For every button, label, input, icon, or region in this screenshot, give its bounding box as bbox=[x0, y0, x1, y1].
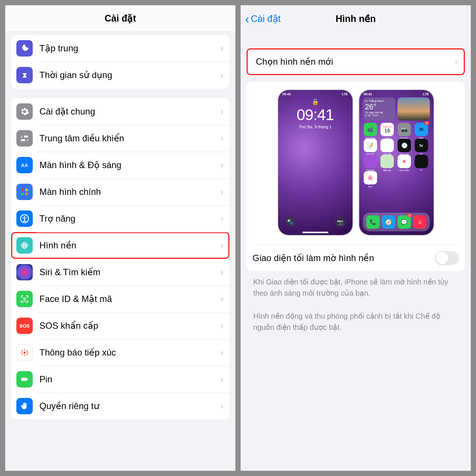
svg-rect-5 bbox=[25, 189, 28, 191]
moon-icon bbox=[16, 40, 33, 57]
navbar-left: Cài đặt bbox=[5, 5, 235, 32]
row-homescreen[interactable]: Màn hình chính › bbox=[11, 178, 229, 205]
app-icon: ♥Sức khỏe bbox=[398, 155, 411, 168]
row-control-center[interactable]: Trung tâm điều khiển › bbox=[11, 125, 229, 152]
chevron-right-icon: › bbox=[221, 133, 223, 144]
chevron-right-icon: › bbox=[221, 187, 223, 197]
wallpaper-panel-right: ‹ Cài đặt Hình nền Chọn hình nền mới › 0… bbox=[241, 5, 471, 471]
row-label: Face ID & Mật mã bbox=[39, 294, 221, 304]
row-siri[interactable]: Siri & Tìm kiếm › bbox=[11, 259, 229, 286]
app-icon: Lời nhắc bbox=[380, 139, 394, 152]
hand-icon bbox=[16, 398, 33, 414]
status-signal: LTE bbox=[423, 92, 429, 96]
toggle-knob bbox=[436, 252, 448, 264]
settings-panel-left: Cài đặt Tập trung › ⧗ Thời gian sử dụng … bbox=[5, 5, 235, 471]
row-accessibility[interactable]: Trợ năng › bbox=[11, 205, 229, 232]
row-label: Trợ năng bbox=[39, 213, 221, 224]
dock-app-icon: 🧭 bbox=[382, 215, 395, 229]
dock: 📞🧭💬22♫ bbox=[363, 213, 430, 231]
status-time: 09:41 bbox=[364, 92, 372, 96]
app-icon: tvTV bbox=[415, 139, 428, 152]
chevron-right-icon: › bbox=[221, 401, 223, 411]
toggle-switch[interactable] bbox=[435, 251, 459, 265]
flower-icon bbox=[16, 237, 33, 254]
weather-hilo: C:34° T:24° bbox=[365, 114, 393, 117]
app-icon: Bản đồ bbox=[380, 155, 394, 168]
chevron-right-icon: › bbox=[221, 106, 223, 117]
svg-point-19 bbox=[23, 298, 23, 298]
navbar-title-right: Hình nền bbox=[335, 13, 376, 24]
svg-point-28 bbox=[21, 352, 22, 353]
lock-time: 09:41 bbox=[278, 106, 353, 124]
svg-rect-31 bbox=[28, 379, 28, 380]
footnote-1: Khi Giao diện tối được bật, iPhone sẽ là… bbox=[247, 271, 465, 299]
settings-group-1: Tập trung › ⧗ Thời gian sử dụng › bbox=[11, 35, 229, 89]
weather-widget: H. Trảng Bom 26° Có mây Vài nơi C:34° T:… bbox=[363, 97, 395, 120]
homescreen-preview[interactable]: 09:41 LTE H. Trảng Bom 26° Có mây Vài nơ… bbox=[359, 90, 434, 235]
navbar-right: ‹ Cài đặt Hình nền bbox=[241, 5, 471, 32]
svg-point-29 bbox=[27, 352, 28, 353]
row-label: SOS khẩn cấp bbox=[39, 321, 221, 331]
row-battery[interactable]: Pin › bbox=[11, 366, 229, 393]
svg-point-23 bbox=[26, 350, 28, 351]
battery-icon bbox=[16, 371, 33, 387]
camera-icon: 📷 bbox=[335, 216, 346, 228]
row-display[interactable]: AA Màn hình & Độ sáng › bbox=[11, 152, 229, 178]
chevron-right-icon: › bbox=[221, 240, 223, 251]
row-sos[interactable]: SOS SOS khẩn cấp › bbox=[11, 312, 229, 339]
row-privacy[interactable]: Quyền riêng tư › bbox=[11, 393, 229, 419]
status-time: 09:41 bbox=[283, 92, 291, 96]
svg-rect-30 bbox=[21, 378, 27, 381]
dock-app-icon: ♫ bbox=[413, 215, 427, 229]
lock-bottom-icons: 🔦 📷 bbox=[278, 216, 353, 228]
photos-app: 🌸Ảnh bbox=[364, 171, 377, 184]
choose-wallpaper-group: Chọn hình nền mới › bbox=[247, 48, 465, 75]
row-label: Màn hình chính bbox=[39, 187, 221, 197]
row-label: Cài đặt chung bbox=[39, 106, 221, 117]
row-focus[interactable]: Tập trung › bbox=[11, 35, 229, 62]
row-wallpaper[interactable]: Hình nền › bbox=[11, 232, 229, 259]
row-general[interactable]: Cài đặt chung › bbox=[11, 98, 229, 125]
wallpaper-preview-group: 09:41 LTE 🔒 09:41 Thứ Ba, 9 tháng 1 🔦 📷 … bbox=[247, 82, 465, 271]
svg-rect-6 bbox=[21, 193, 24, 195]
chevron-right-icon: › bbox=[221, 294, 223, 304]
widget-row: H. Trảng Bom 26° Có mây Vài nơi C:34° T:… bbox=[359, 96, 434, 123]
dark-dim-toggle-row[interactable]: Giao diện tối làm mờ hình nền bbox=[247, 245, 465, 271]
row-label: Siri & Tìm kiếm bbox=[39, 267, 221, 277]
row-label: Trung tâm điều khiển bbox=[39, 133, 221, 144]
svg-point-2 bbox=[22, 135, 24, 138]
back-label: Cài đặt bbox=[251, 13, 280, 24]
row-label: Tập trung bbox=[39, 43, 221, 54]
status-signal: LTE bbox=[342, 92, 348, 96]
back-button[interactable]: ‹ Cài đặt bbox=[245, 12, 281, 25]
svg-point-10 bbox=[24, 245, 26, 247]
dock-app-icon: 💬22 bbox=[398, 215, 411, 229]
row-label: Màn hình & Độ sáng bbox=[39, 160, 221, 170]
home-indicator bbox=[302, 232, 328, 233]
svg-rect-7 bbox=[25, 193, 28, 195]
weather-city: H. Trảng Bom bbox=[365, 99, 393, 103]
row-exposure[interactable]: Thông báo tiếp xúc › bbox=[11, 339, 229, 366]
row-label: Quyền riêng tư bbox=[39, 401, 221, 411]
content-left: Tập trung › ⧗ Thời gian sử dụng › Cài đặ… bbox=[5, 32, 235, 425]
row-faceid[interactable]: Face ID & Mật mã › bbox=[11, 286, 229, 312]
accessibility-icon bbox=[16, 210, 33, 227]
lockscreen-preview[interactable]: 09:41 LTE 🔒 09:41 Thứ Ba, 9 tháng 1 🔦 📷 bbox=[278, 90, 353, 235]
row-label: Thời gian sử dụng bbox=[39, 70, 221, 80]
lock-icon: 🔒 bbox=[278, 98, 353, 105]
row-label: Thông báo tiếp xúc bbox=[39, 347, 221, 358]
flashlight-icon: 🔦 bbox=[285, 216, 296, 228]
hourglass-icon: ⧗ bbox=[16, 67, 33, 83]
dock-app-icon: 📞 bbox=[366, 215, 380, 229]
row-choose-wallpaper[interactable]: Chọn hình nền mới › bbox=[248, 49, 464, 74]
app-icon: Podcast bbox=[364, 155, 377, 168]
app-icon: 📷Camera bbox=[398, 123, 411, 136]
chevron-right-icon: › bbox=[455, 57, 458, 67]
svg-rect-4 bbox=[21, 189, 24, 191]
gear-icon bbox=[16, 103, 33, 120]
row-screentime[interactable]: ⧗ Thời gian sử dụng › bbox=[11, 62, 229, 89]
svg-point-27 bbox=[24, 355, 25, 356]
app-icon: 🕘Đồng hồ bbox=[398, 139, 411, 152]
svg-point-20 bbox=[26, 298, 26, 298]
lock-date: Thứ Ba, 9 tháng 1 bbox=[278, 125, 353, 129]
